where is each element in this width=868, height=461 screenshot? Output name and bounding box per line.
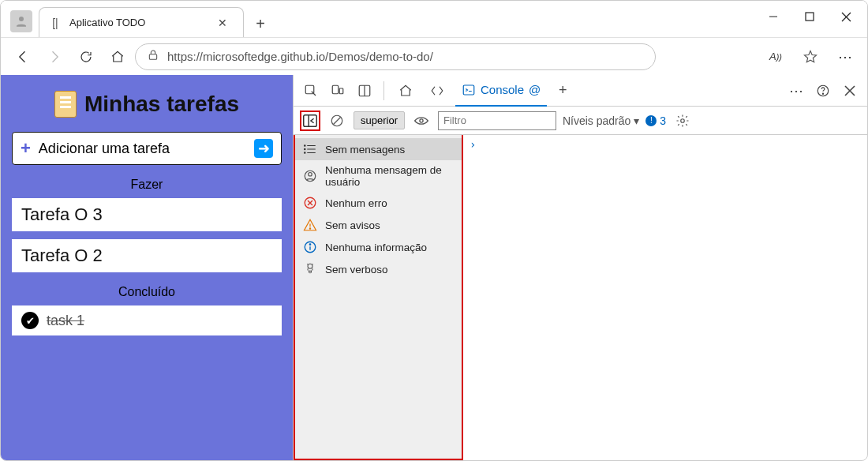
console-body: Sem mensagens Nenhuma mensagem de usuári…	[294, 135, 867, 460]
issues-dot-icon: !	[645, 115, 657, 126]
close-window-button[interactable]	[828, 4, 864, 29]
sidebar-info[interactable]: Nenhuma informação	[295, 236, 462, 258]
sidebar-verbose[interactable]: Sem verboso	[295, 258, 462, 280]
new-tab-button[interactable]: +	[247, 10, 274, 37]
sidebar-user-messages[interactable]: Nenhuma mensagem de usuário	[295, 160, 462, 192]
browser-window: [| Aplicativo TODO ✕ + https://microsoft…	[0, 0, 868, 461]
sidebar-warnings[interactable]: Sem avisos	[295, 214, 462, 236]
clear-console-icon[interactable]	[327, 111, 347, 131]
favorite-icon[interactable]	[796, 43, 825, 71]
todo-app: Minhas tarefas + Adicionar uma tarefa ➜ …	[1, 75, 293, 460]
svg-point-21	[681, 118, 685, 122]
svg-point-13	[822, 93, 823, 94]
svg-point-27	[305, 152, 306, 154]
console-toolbar: superior Níveis padrão ▾ ! 3	[294, 107, 867, 135]
svg-line-19	[334, 117, 341, 124]
dock-side-icon[interactable]	[354, 80, 376, 102]
tab-welcome[interactable]	[392, 75, 419, 107]
devtools-panel: Console @ + ⋯ superior Níveis padrão	[293, 75, 867, 460]
svg-point-37	[309, 244, 310, 245]
svg-rect-11	[463, 85, 474, 95]
chevron-down-icon: ▾	[634, 114, 639, 127]
svg-point-38	[308, 264, 312, 268]
window-controls	[755, 4, 864, 29]
content-area: Minhas tarefas + Adicionar uma tarefa ➜ …	[1, 75, 867, 460]
devtools-help-icon[interactable]	[812, 80, 834, 102]
sidebar-errors[interactable]: Nenhum erro	[295, 192, 462, 214]
sidebar-messages[interactable]: Sem mensagens	[295, 138, 462, 160]
context-selector[interactable]: superior	[354, 111, 405, 129]
issues-badge-icon: @	[529, 83, 541, 96]
devtools-close-icon[interactable]	[839, 80, 861, 102]
inspect-element-icon[interactable]	[300, 80, 322, 102]
console-settings-icon[interactable]	[672, 111, 693, 131]
tab-favicon: [|	[49, 17, 62, 29]
check-icon: ✔	[21, 312, 39, 329]
more-menu-icon[interactable]: ⋯	[831, 43, 859, 71]
add-task-placeholder: Adicionar uma tarefa	[39, 141, 170, 157]
back-button[interactable]	[9, 43, 37, 71]
svg-point-0	[19, 17, 24, 21]
tab-close-icon[interactable]: ✕	[215, 15, 230, 31]
svg-rect-7	[332, 85, 339, 94]
titlebar: [| Aplicativo TODO ✕ +	[1, 1, 867, 37]
minimize-button[interactable]	[755, 4, 791, 29]
device-toolbar-icon[interactable]	[327, 80, 349, 102]
home-button[interactable]	[103, 43, 132, 71]
toggle-sidebar-button[interactable]	[300, 111, 320, 131]
svg-rect-5	[149, 54, 156, 60]
console-output[interactable]: ›	[463, 135, 867, 460]
url-text: https://microsoftedge.github.io/Demos/de…	[167, 50, 433, 63]
refresh-button[interactable]	[72, 43, 100, 71]
live-expression-icon[interactable]	[411, 111, 432, 131]
more-tabs-button[interactable]: +	[552, 80, 574, 102]
profile-avatar[interactable]	[10, 10, 32, 32]
tab-console[interactable]: Console @	[455, 75, 547, 107]
devtools-more-icon[interactable]: ⋯	[785, 80, 807, 102]
page-title: Minhas tarefas	[12, 91, 282, 118]
svg-rect-2	[806, 13, 814, 21]
console-sidebar: Sem mensagens Nenhuma mensagem de usuári…	[294, 135, 463, 460]
tab-elements[interactable]	[424, 75, 451, 107]
plus-icon: +	[21, 138, 31, 159]
log-levels-selector[interactable]: Níveis padrão ▾	[563, 114, 639, 127]
add-task-bar[interactable]: + Adicionar uma tarefa ➜	[12, 132, 282, 165]
submit-task-button[interactable]: ➜	[254, 139, 273, 158]
clipboard-icon	[54, 91, 77, 118]
task-item[interactable]: Tarefa O 2	[12, 239, 282, 272]
browser-tab[interactable]: [| Aplicativo TODO ✕	[39, 7, 244, 37]
console-prompt-icon: ›	[470, 138, 476, 151]
svg-point-20	[420, 118, 423, 122]
section-done-label: Concluído	[12, 285, 282, 299]
task-item-done[interactable]: ✔ task 1	[12, 305, 282, 335]
svg-point-25	[305, 145, 306, 147]
url-bar[interactable]: https://microsoftedge.github.io/Demos/de…	[135, 43, 656, 70]
svg-point-26	[305, 148, 306, 150]
forward-button	[40, 43, 69, 71]
svg-rect-8	[339, 88, 343, 94]
maximize-button[interactable]	[791, 4, 828, 29]
svg-point-29	[309, 173, 312, 177]
read-aloud-icon[interactable]: A))	[761, 43, 790, 71]
svg-point-34	[309, 228, 310, 229]
devtools-tabstrip: Console @ + ⋯	[294, 75, 867, 107]
filter-input[interactable]	[438, 111, 556, 130]
task-item[interactable]: Tarefa O 3	[12, 198, 282, 231]
issues-counter[interactable]: ! 3	[645, 114, 666, 127]
navigation-bar: https://microsoftedge.github.io/Demos/de…	[1, 37, 867, 75]
section-todo-label: Fazer	[12, 178, 282, 192]
tab-title: Aplicativo TODO	[69, 17, 215, 28]
lock-icon	[147, 49, 159, 64]
